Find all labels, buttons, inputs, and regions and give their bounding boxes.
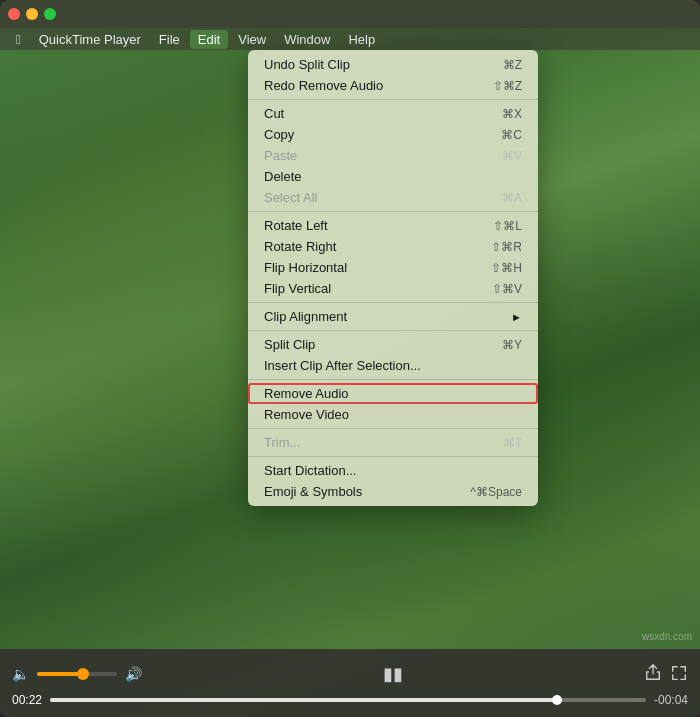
close-button[interactable] — [8, 8, 20, 20]
menu-file[interactable]: File — [151, 30, 188, 49]
app-window:  QuickTime Player File Edit View Window… — [0, 0, 700, 717]
controls-top-row: 🔈 🔊 ▮▮ — [12, 659, 688, 689]
menu-separator — [248, 211, 538, 212]
controls-bar: 🔈 🔊 ▮▮ 00:22 — [0, 649, 700, 717]
play-button[interactable]: ▮▮ — [379, 659, 407, 689]
menu-copy[interactable]: Copy ⌘C — [248, 124, 538, 145]
fullscreen-button[interactable] — [670, 664, 688, 685]
submenu-arrow-icon: ► — [511, 311, 522, 323]
menu-label: Delete — [264, 169, 302, 184]
menu-cut[interactable]: Cut ⌘X — [248, 103, 538, 124]
volume-thumb — [77, 668, 89, 680]
menu-flip-vertical[interactable]: Flip Vertical ⇧⌘V — [248, 278, 538, 299]
menu-separator — [248, 330, 538, 331]
watermark: wsxdn.com — [642, 631, 692, 642]
menu-label: Flip Vertical — [264, 281, 331, 296]
menu-separator — [248, 302, 538, 303]
menu-shortcut: ⇧⌘H — [491, 261, 522, 275]
menu-paste: Paste ⌘V — [248, 145, 538, 166]
menu-remove-audio[interactable]: Remove Audio — [248, 383, 538, 404]
menu-shortcut: ⌘V — [502, 149, 522, 163]
menu-clip-alignment[interactable]: Clip Alignment ► — [248, 306, 538, 327]
menu-label: Rotate Left — [264, 218, 328, 233]
menu-label: Paste — [264, 148, 297, 163]
menu-shortcut: ⌘X — [502, 107, 522, 121]
menu-label: Split Clip — [264, 337, 315, 352]
controls-bottom-row: 00:22 -00:04 — [12, 693, 688, 707]
progress-fill — [50, 698, 557, 702]
maximize-button[interactable] — [44, 8, 56, 20]
menu-label: Redo Remove Audio — [264, 78, 383, 93]
menu-undo-split[interactable]: Undo Split Clip ⌘Z — [248, 54, 538, 75]
menu-flip-horizontal[interactable]: Flip Horizontal ⇧⌘H — [248, 257, 538, 278]
menu-shortcut: ⇧⌘V — [492, 282, 522, 296]
share-button[interactable] — [644, 663, 662, 685]
menu-rotate-right[interactable]: Rotate Right ⇧⌘R — [248, 236, 538, 257]
menu-trim: Trim... ⌘T — [248, 432, 538, 453]
menu-help[interactable]: Help — [340, 30, 383, 49]
time-end: -00:04 — [654, 693, 688, 707]
menu-label: Cut — [264, 106, 284, 121]
menu-split-clip[interactable]: Split Clip ⌘Y — [248, 334, 538, 355]
menu-shortcut: ⌘A — [502, 191, 522, 205]
menu-redo-remove[interactable]: Redo Remove Audio ⇧⌘Z — [248, 75, 538, 96]
menu-label: Start Dictation... — [264, 463, 356, 478]
menu-separator — [248, 99, 538, 100]
menu-edit[interactable]: Edit — [190, 30, 228, 49]
menu-insert-clip[interactable]: Insert Clip After Selection... — [248, 355, 538, 376]
menu-label: Trim... — [264, 435, 300, 450]
menu-label: Remove Audio — [264, 386, 349, 401]
menu-shortcut: ⌘Z — [503, 58, 522, 72]
menu-start-dictation[interactable]: Start Dictation... — [248, 460, 538, 481]
menu-quicktime[interactable]: QuickTime Player — [31, 30, 149, 49]
menu-label: Clip Alignment — [264, 309, 347, 324]
menu-rotate-left[interactable]: Rotate Left ⇧⌘L — [248, 215, 538, 236]
menu-shortcut: ⌘Y — [502, 338, 522, 352]
menu-separator — [248, 456, 538, 457]
progress-bar[interactable] — [50, 698, 646, 702]
menu-remove-video[interactable]: Remove Video — [248, 404, 538, 425]
menu-shortcut: ⌘C — [501, 128, 522, 142]
menu-label: Emoji & Symbols — [264, 484, 362, 499]
window-controls — [8, 8, 56, 20]
minimize-button[interactable] — [26, 8, 38, 20]
menu-shortcut: ^⌘Space — [470, 485, 522, 499]
menu-shortcut: ⇧⌘Z — [493, 79, 522, 93]
edit-dropdown-menu: Undo Split Clip ⌘Z Redo Remove Audio ⇧⌘Z… — [248, 50, 538, 506]
menu-select-all: Select All ⌘A — [248, 187, 538, 208]
menu-view[interactable]: View — [230, 30, 274, 49]
menu-separator — [248, 428, 538, 429]
menu-bar:  QuickTime Player File Edit View Window… — [0, 28, 700, 50]
volume-high-icon: 🔊 — [125, 666, 142, 682]
menu-label: Select All — [264, 190, 317, 205]
title-bar — [0, 0, 700, 28]
menu-shortcut: ⇧⌘L — [493, 219, 522, 233]
menu-label: Remove Video — [264, 407, 349, 422]
menu-label: Undo Split Clip — [264, 57, 350, 72]
menu-delete[interactable]: Delete — [248, 166, 538, 187]
menu-window[interactable]: Window — [276, 30, 338, 49]
progress-thumb — [552, 695, 562, 705]
volume-low-icon: 🔈 — [12, 666, 29, 682]
menu-shortcut: ⌘T — [503, 436, 522, 450]
menu-shortcut: ⇧⌘R — [491, 240, 522, 254]
menu-emoji-symbols[interactable]: Emoji & Symbols ^⌘Space — [248, 481, 538, 502]
volume-slider[interactable] — [37, 672, 117, 676]
menu-apple[interactable]:  — [8, 30, 29, 49]
time-current: 00:22 — [12, 693, 42, 707]
menu-label: Flip Horizontal — [264, 260, 347, 275]
menu-label: Rotate Right — [264, 239, 336, 254]
menu-label: Copy — [264, 127, 294, 142]
menu-label: Insert Clip After Selection... — [264, 358, 421, 373]
menu-separator — [248, 379, 538, 380]
